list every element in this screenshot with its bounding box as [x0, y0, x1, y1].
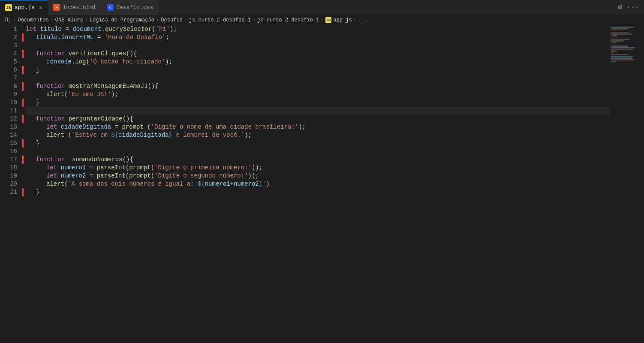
tab-label-desafio-css: Desafio.css	[116, 4, 153, 11]
error-bar-4	[22, 50, 24, 58]
ln-20: 20	[0, 180, 17, 188]
tab-bar: JS app.js ✕ H index.html C Desafio.css ⊞…	[0, 0, 644, 15]
bc-js-file-icon: JS	[325, 17, 331, 23]
code-line-13: let cidadeDigitada = prompt ('Digite o n…	[26, 123, 610, 131]
code-line-9: alert('Eu amo JS!');	[26, 90, 610, 99]
css-icon: C	[107, 4, 114, 11]
ln-17: 17	[0, 156, 17, 164]
ln-11: 11	[0, 107, 17, 115]
ln-15: 15	[0, 139, 17, 147]
breadcrumb: D: › Documentos › ONE Alura › Lógica de …	[0, 15, 644, 25]
ln-14: 14	[0, 131, 17, 139]
code-line-2: titulo.innerHTML = 'Hora do Desafio';	[26, 33, 610, 42]
error-bar-10	[22, 99, 24, 107]
ln-16: 16	[0, 147, 17, 156]
bc-part-desafio: Desafio	[161, 17, 182, 23]
code-line-3	[26, 42, 610, 50]
bc-part-ellipsis: ...	[358, 17, 368, 23]
code-line-1: let titulo = document.querySelector('h1'…	[26, 25, 610, 33]
bc-part-one: ONE Alura	[55, 17, 83, 23]
code-editor[interactable]: let titulo = document.querySelector('h1'…	[22, 25, 610, 343]
tab-app-js[interactable]: JS app.js ✕	[0, 0, 48, 15]
code-line-14: alert (`Estive em ${cidadeDigitada} e le…	[26, 131, 610, 139]
ln-21: 21	[0, 188, 17, 196]
ln-8: 8	[0, 82, 17, 90]
ln-12: 12	[0, 115, 17, 123]
code-line-20: alert(`A soma dos dois números é igual a…	[26, 180, 610, 188]
code-line-10: }	[26, 99, 610, 107]
bc-part-js2: js-curso-2-desafio_1	[257, 17, 319, 23]
ln-18: 18	[0, 164, 17, 172]
html-icon: H	[53, 4, 60, 11]
ln-7: 7	[0, 74, 17, 82]
js-icon: JS	[5, 4, 12, 11]
tab-desafio-css[interactable]: C Desafio.css	[102, 0, 159, 15]
code-line-21: }	[26, 188, 610, 196]
tab-index-html[interactable]: H index.html	[48, 0, 102, 15]
error-bar-8	[22, 82, 24, 90]
ln-13: 13	[0, 123, 17, 131]
ln-1: 1	[0, 25, 17, 33]
ln-5: 5	[0, 58, 17, 66]
error-bar-15	[22, 139, 24, 147]
error-bar-17	[22, 156, 24, 164]
ln-9: 9	[0, 90, 17, 99]
code-line-4: function verificarCliques(){	[26, 50, 610, 58]
code-line-15: }	[26, 139, 610, 147]
ln-6: 6	[0, 66, 17, 74]
ln-2: 2	[0, 33, 17, 42]
ln-3: 3	[0, 42, 17, 50]
tab-label-app-js: app.js	[15, 4, 35, 11]
minimap	[610, 25, 644, 343]
bc-part-docs: Documentos	[18, 17, 49, 23]
split-editor-icon[interactable]: ⊞	[618, 3, 623, 12]
ln-10: 10	[0, 99, 17, 107]
code-line-8: function mostrarMensagemEuAmoJJ(){	[26, 82, 610, 90]
error-bar-21	[22, 188, 24, 196]
bc-part-js1: js-curso-2-desafio_1	[189, 17, 251, 23]
bc-part-d: D:	[5, 17, 11, 23]
code-line-7	[26, 74, 610, 82]
bc-part-appjs: app.js	[333, 17, 352, 23]
more-actions-icon[interactable]: ···	[626, 3, 639, 11]
code-line-5: console.log('O botão foi clicado');	[26, 58, 610, 66]
code-line-11	[26, 107, 610, 115]
editor: 1 2 3 4 5 6 7 8 9 10 11 12 13 14 15 16 1…	[0, 25, 644, 343]
code-line-16	[26, 147, 610, 156]
code-line-17: function somandoNumeros(){	[26, 156, 610, 164]
bc-part-logica: Lógica de Programação	[90, 17, 154, 23]
code-line-19: let numero2 = parseInt(prompt('Digite o …	[26, 172, 610, 180]
error-bar-2	[22, 33, 24, 42]
tab-bar-actions: ⊞ ···	[618, 3, 644, 12]
line-numbers: 1 2 3 4 5 6 7 8 9 10 11 12 13 14 15 16 1…	[0, 25, 22, 343]
error-bar-12	[22, 115, 24, 123]
code-line-6: }	[26, 66, 610, 74]
ln-19: 19	[0, 172, 17, 180]
tab-close-app-js[interactable]: ✕	[39, 4, 42, 11]
ln-4: 4	[0, 50, 17, 58]
code-line-18: let numero1 = parseInt(prompt('Digite o …	[26, 164, 610, 172]
tab-label-index-html: index.html	[63, 4, 96, 11]
error-bar-6	[22, 66, 24, 74]
code-line-12: function perguntarCidade(){	[26, 115, 610, 123]
